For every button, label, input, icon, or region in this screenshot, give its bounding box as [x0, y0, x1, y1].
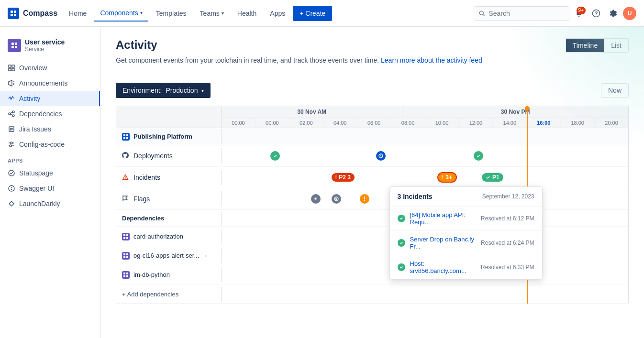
- dep-card-auth-icon: [122, 233, 130, 240]
- svg-rect-9: [15, 43, 17, 45]
- svg-rect-52: [123, 273, 125, 274]
- sidebar-item-swagger[interactable]: Swagger UI: [0, 181, 100, 196]
- svg-marker-16: [9, 80, 12, 86]
- logo-text: Compass: [23, 9, 57, 18]
- dep-card-auth-label: card-authorization: [116, 229, 222, 244]
- popup-item-status-3: Resolved at 6:33 PM: [481, 264, 534, 271]
- deployment-event-1[interactable]: [270, 151, 280, 161]
- svg-rect-15: [12, 68, 14, 71]
- launchdarkly-icon: [8, 200, 15, 207]
- svg-rect-54: [123, 275, 125, 277]
- statuspage-icon: [8, 169, 15, 177]
- deployments-content: [222, 145, 628, 166]
- learn-more-link[interactable]: Learn more about the activity feed: [381, 56, 482, 64]
- green-check-1: [270, 151, 280, 161]
- svg-rect-14: [9, 68, 11, 71]
- incidents-row: Incidents !P2 3 !3+: [116, 167, 628, 188]
- incident-event-p1[interactable]: P1: [482, 173, 503, 182]
- dependencies-section-label: Dependencies: [116, 211, 222, 226]
- avatar[interactable]: U: [623, 7, 636, 20]
- time-0800: 08:00: [391, 118, 425, 128]
- gear-icon: [609, 9, 618, 18]
- svg-rect-10: [11, 46, 14, 48]
- time-1000: 10:00: [425, 118, 459, 128]
- sidebar-service-header[interactable]: User service Service: [0, 34, 100, 60]
- logo[interactable]: Compass: [8, 8, 57, 19]
- time-0200: 02:00: [289, 118, 323, 128]
- flag-event-3[interactable]: !: [360, 194, 369, 204]
- environment-dropdown[interactable]: Environment: Production ▾: [116, 83, 211, 98]
- settings-button[interactable]: [606, 6, 621, 21]
- svg-rect-11: [15, 46, 17, 48]
- deployment-event-3[interactable]: [474, 151, 483, 161]
- create-button[interactable]: + Create: [293, 6, 332, 21]
- svg-rect-44: [123, 234, 125, 236]
- popup-item-status-2: Resolved at 6:24 PM: [481, 240, 534, 246]
- announcements-icon: [8, 79, 15, 87]
- sidebar-item-announcements[interactable]: Announcements: [0, 76, 100, 91]
- nav-templates[interactable]: Templates: [150, 6, 192, 21]
- dep-imdb-row: im-db-python: [116, 265, 628, 284]
- svg-line-23: [11, 112, 12, 113]
- view-toggle: Timeline List: [566, 38, 629, 53]
- popup-header: 3 Incidents September 12, 2023: [390, 187, 542, 207]
- incident-event-p2[interactable]: !P2 3: [332, 173, 355, 182]
- popup-item-3[interactable]: Host: srv856.bancly.com... Resolved at 6…: [390, 255, 542, 279]
- search-input[interactable]: [489, 10, 564, 17]
- sidebar-item-config[interactable]: Config-as-code: [0, 137, 100, 152]
- flag-event-1[interactable]: [311, 194, 321, 204]
- timeline-view-button[interactable]: Timeline: [566, 39, 604, 52]
- deployment-event-2[interactable]: [376, 151, 386, 161]
- p2-badge: !P2 3: [332, 173, 355, 182]
- nav-teams[interactable]: Teams ▾: [194, 6, 230, 21]
- sidebar: User service Service Overview Announceme…: [0, 27, 100, 338]
- svg-point-21: [12, 111, 14, 113]
- info-dot-icon: !: [360, 194, 369, 204]
- config-icon: [8, 141, 15, 148]
- sidebar-item-statuspage[interactable]: Statuspage: [0, 165, 100, 181]
- svg-point-22: [12, 115, 14, 117]
- svg-rect-8: [11, 43, 14, 45]
- service-info: User service Service: [25, 38, 65, 53]
- plus-circle-icon: [311, 194, 321, 204]
- add-dependencies-button[interactable]: + Add dependencies: [116, 287, 222, 302]
- now-button[interactable]: Now: [601, 83, 629, 98]
- sidebar-announcements-label: Announcements: [19, 79, 67, 87]
- svg-point-34: [11, 189, 12, 190]
- notification-button[interactable]: 9+: [571, 6, 587, 21]
- page-title: Activity: [116, 38, 482, 52]
- sidebar-item-launchdarkly[interactable]: LaunchDarkly: [0, 196, 100, 211]
- nav-apps[interactable]: Apps: [264, 6, 291, 21]
- dep-og-label[interactable]: og-ci16-apps-alert-ser... ›: [116, 248, 222, 263]
- sidebar-item-activity[interactable]: Activity: [0, 91, 100, 106]
- incidents-content: !P2 3 !3+ 3 Incidents: [222, 167, 628, 188]
- flags-icon: [122, 195, 130, 203]
- search-box[interactable]: [474, 6, 569, 21]
- list-view-button[interactable]: List: [604, 39, 628, 52]
- nav-components[interactable]: Components ▾: [94, 5, 148, 22]
- service-logo-icon: [11, 42, 18, 49]
- sidebar-item-jira[interactable]: Jira Issues: [0, 121, 100, 137]
- sidebar-item-overview[interactable]: Overview: [0, 60, 100, 76]
- help-button[interactable]: ?: [588, 6, 604, 21]
- nav-home[interactable]: Home: [63, 6, 92, 21]
- dependencies-section: Dependencies: [116, 210, 628, 227]
- resolved-icon-1: [398, 215, 405, 222]
- dep-imdb-label: im-db-python: [116, 267, 222, 283]
- blue-clock-1: [376, 151, 386, 161]
- svg-point-30: [10, 145, 11, 147]
- topnav-icons: 9+ ? U: [571, 6, 636, 21]
- flag-event-2[interactable]: [332, 194, 341, 204]
- incident-event-p3[interactable]: !3+ 3 Incidents September 12, 2023: [437, 172, 457, 183]
- time-0600: 06:00: [357, 118, 391, 128]
- svg-rect-55: [126, 275, 128, 277]
- nav-health[interactable]: Health: [232, 6, 262, 21]
- publishing-icon: [122, 133, 130, 141]
- sidebar-item-dependencies[interactable]: Dependencies: [0, 106, 100, 121]
- popup-item-2[interactable]: Server Drop on Banc.ly Fr... Resolved at…: [390, 231, 542, 255]
- svg-point-29: [11, 142, 12, 144]
- timeline-container: 30 Nov AM 30 Nov PM 00:00 00:00 02:00 04…: [116, 106, 629, 304]
- popup-item-1[interactable]: [64] Mobile app API: Requ... Resolved at…: [390, 207, 542, 231]
- p1-badge: P1: [482, 173, 503, 182]
- svg-point-42: [335, 198, 337, 200]
